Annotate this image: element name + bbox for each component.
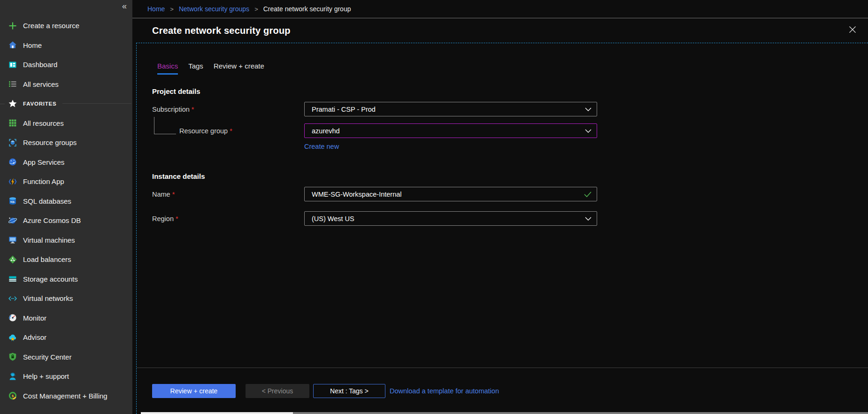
create-new-link[interactable]: Create new xyxy=(304,143,339,150)
virtual-networks-icon xyxy=(8,294,17,303)
horizontal-scrollbar-thumb[interactable] xyxy=(141,412,293,414)
security-center-icon xyxy=(8,352,17,361)
close-button[interactable] xyxy=(848,25,858,35)
sidebar-item-label: Function App xyxy=(23,177,64,185)
sidebar-item-security-center[interactable]: Security Center xyxy=(0,347,132,367)
name-label: Name* xyxy=(152,191,304,198)
sidebar-item-advisor[interactable]: Advisor xyxy=(0,328,132,347)
storage-accounts-icon xyxy=(8,274,17,284)
azure-portal-window: « Create a resourceHomeDashboardAll serv… xyxy=(0,0,868,414)
tab-review-create[interactable]: Review + create xyxy=(214,62,264,75)
resource-group-value: azurevhd xyxy=(312,127,340,135)
sidebar-item-sql-databases[interactable]: SQLSQL databases xyxy=(0,192,132,211)
breadcrumb-separator-icon: > xyxy=(170,6,174,13)
sidebar-item-create-a-resource[interactable]: Create a resource xyxy=(0,16,132,36)
sidebar-item-label: Home xyxy=(23,41,42,49)
form-panel: BasicsTagsReview + create Project detail… xyxy=(136,43,868,414)
advisor-icon xyxy=(8,333,17,342)
sidebar-item-all-services[interactable]: All services xyxy=(0,75,132,94)
subscription-row: Subscription* Pramati - CSP - Prod xyxy=(152,102,868,116)
function-app-icon xyxy=(8,177,17,186)
sql-databases-icon: SQL xyxy=(8,196,17,206)
app-services-icon xyxy=(8,157,17,167)
breadcrumb-separator-icon: > xyxy=(254,6,258,13)
sidebar-item-virtual-networks[interactable]: Virtual networks xyxy=(0,289,132,308)
sidebar-item-resource-groups[interactable]: Resource groups xyxy=(0,133,132,153)
tab-bar: BasicsTagsReview + create xyxy=(157,62,868,75)
breadcrumb-home[interactable]: Home xyxy=(147,5,165,13)
sidebar-nav: Create a resourceHomeDashboardAll servic… xyxy=(0,16,132,406)
resource-groups-icon xyxy=(8,138,17,147)
favorites-divider xyxy=(62,103,131,104)
tab-basics[interactable]: Basics xyxy=(157,62,178,75)
required-asterisk: * xyxy=(192,106,194,113)
download-template-link[interactable]: Download a template for automation xyxy=(390,387,499,395)
sidebar-item-label: Help + support xyxy=(23,372,69,380)
page-title: Create network security group xyxy=(152,25,291,36)
region-label-text: Region xyxy=(152,215,174,222)
sidebar-item-cost-management-billing[interactable]: $Cost Management + Billing xyxy=(0,386,132,406)
name-label-text: Name xyxy=(152,191,170,198)
sidebar-item-azure-cosmos-db[interactable]: Azure Cosmos DB xyxy=(0,211,132,230)
chevron-down-icon xyxy=(585,129,591,133)
sidebar-item-label: Storage accounts xyxy=(23,275,78,283)
virtual-machines-icon xyxy=(8,235,17,245)
valid-check-icon xyxy=(584,192,591,197)
sidebar-item-label: All services xyxy=(23,80,59,88)
dashboard-icon xyxy=(8,60,17,69)
sidebar-item-home[interactable]: Home xyxy=(0,36,132,55)
sidebar-item-label: Cost Management + Billing xyxy=(23,392,108,400)
sidebar-item-help-support[interactable]: Help + support xyxy=(0,367,132,386)
sidebar-item-label: Monitor xyxy=(23,314,46,322)
region-row: Region* (US) West US xyxy=(152,211,868,226)
required-asterisk: * xyxy=(176,215,178,222)
subscription-dropdown[interactable]: Pramati - CSP - Prod xyxy=(304,102,597,116)
sidebar-item-monitor[interactable]: Monitor xyxy=(0,308,132,328)
name-input[interactable]: WME-SG-Workspace-Internal xyxy=(304,187,597,201)
chevron-down-icon xyxy=(585,217,591,221)
sidebar-item-label: Virtual networks xyxy=(23,294,73,302)
sidebar-item-label: Create a resource xyxy=(23,22,79,30)
svg-text:$: $ xyxy=(12,394,14,398)
subscription-value: Pramati - CSP - Prod xyxy=(312,106,376,113)
sidebar-item-storage-accounts[interactable]: Storage accounts xyxy=(0,269,132,289)
sidebar-item-label: Virtual machines xyxy=(23,236,75,244)
sidebar-item-load-balancers[interactable]: Load balancers xyxy=(0,250,132,269)
resource-group-dropdown[interactable]: azurevhd xyxy=(304,123,597,138)
close-icon xyxy=(848,25,857,34)
resource-group-label-text: Resource group xyxy=(179,127,228,135)
cost-management-icon: $ xyxy=(8,391,17,400)
sidebar-item-label: Azure Cosmos DB xyxy=(23,216,81,224)
previous-button[interactable]: < Previous xyxy=(246,384,309,398)
sidebar-item-label: Dashboard xyxy=(23,61,57,69)
sidebar-item-dashboard[interactable]: Dashboard xyxy=(0,55,132,75)
hierarchy-connector-line xyxy=(154,117,176,134)
sidebar-item-function-app[interactable]: Function App xyxy=(0,172,132,192)
breadcrumb-network-security-groups[interactable]: Network security groups xyxy=(179,5,249,13)
create-resource-icon xyxy=(8,21,17,31)
sidebar-item-label: SQL databases xyxy=(23,197,71,205)
footer-action-bar: Review + create < Previous Next : Tags >… xyxy=(137,368,868,414)
region-dropdown[interactable]: (US) West US xyxy=(304,211,597,226)
home-icon xyxy=(8,40,17,50)
name-value: WME-SG-Workspace-Internal xyxy=(312,191,402,198)
review-create-button[interactable]: Review + create xyxy=(152,384,236,398)
sidebar-item-app-services[interactable]: App Services xyxy=(0,153,132,172)
azure-cosmos-db-icon xyxy=(8,216,17,225)
chevron-down-icon xyxy=(585,107,591,111)
sidebar-item-virtual-machines[interactable]: Virtual machines xyxy=(0,230,132,250)
all-services-icon xyxy=(8,79,17,89)
sidebar-item-all-resources[interactable]: All resources xyxy=(0,114,132,133)
sidebar-item-label: Security Center xyxy=(23,353,71,361)
next-tags-button[interactable]: Next : Tags > xyxy=(313,384,385,398)
svg-text:SQL: SQL xyxy=(10,200,15,203)
horizontal-scrollbar[interactable] xyxy=(141,412,868,414)
tab-tags[interactable]: Tags xyxy=(188,62,203,75)
subscription-label: Subscription* xyxy=(152,106,304,113)
sidebar-item-label: Load balancers xyxy=(23,255,71,263)
sidebar-item-favorites: FAVORITES xyxy=(0,94,132,114)
name-row: Name* WME-SG-Workspace-Internal xyxy=(152,187,868,201)
required-asterisk: * xyxy=(172,191,175,198)
monitor-icon xyxy=(8,313,17,322)
sidebar-collapse-icon[interactable]: « xyxy=(122,2,127,10)
